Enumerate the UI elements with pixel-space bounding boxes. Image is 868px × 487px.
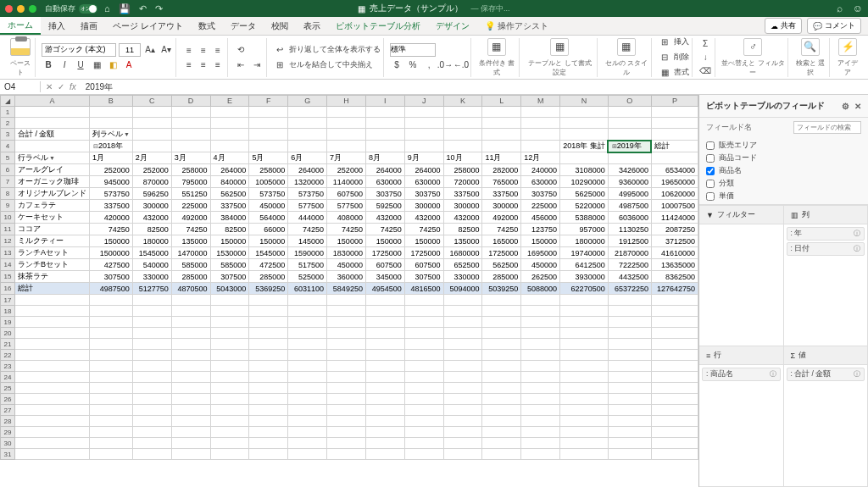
- minimize-icon[interactable]: [17, 5, 25, 13]
- field-item[interactable]: 分類: [706, 177, 861, 190]
- increase-decimal-icon[interactable]: .0→: [438, 58, 452, 72]
- row-header[interactable]: 1: [1, 107, 15, 118]
- delete-cells-icon[interactable]: ⊟: [658, 51, 671, 64]
- field-checkbox[interactable]: [706, 154, 715, 163]
- col-header-H[interactable]: H: [327, 96, 366, 107]
- col-header-D[interactable]: D: [171, 96, 210, 107]
- row-label[interactable]: ココア: [14, 224, 89, 235]
- col-header-F[interactable]: F: [249, 96, 288, 107]
- row-label[interactable]: オリジナルブレンド: [14, 188, 89, 200]
- border-button[interactable]: ▦: [90, 58, 103, 72]
- col-header-A[interactable]: A: [14, 96, 89, 107]
- row-label[interactable]: ランチBセット: [14, 259, 89, 271]
- col-header-O[interactable]: O: [608, 96, 651, 107]
- row-label[interactable]: アールグレイ: [14, 164, 89, 176]
- row-label[interactable]: オーガニック珈琲: [14, 176, 89, 188]
- col-header-N[interactable]: N: [560, 96, 609, 107]
- fill-color-button[interactable]: ◧: [106, 58, 120, 72]
- align-center-icon[interactable]: ≡: [197, 58, 210, 71]
- account-icon[interactable]: ☺: [853, 3, 863, 14]
- undo-icon[interactable]: ↶: [139, 3, 147, 14]
- tab-view[interactable]: 表示: [296, 17, 328, 35]
- col-header-E[interactable]: E: [210, 96, 249, 107]
- info-icon[interactable]: ⓘ: [854, 244, 860, 254]
- field-item[interactable]: 単価: [706, 190, 861, 202]
- ideas-group[interactable]: ⚡ アイデア: [833, 38, 863, 77]
- decrease-indent-icon[interactable]: ⇤: [234, 58, 248, 72]
- merge-icon[interactable]: ⊞: [273, 58, 287, 72]
- info-icon[interactable]: ⓘ: [770, 369, 776, 379]
- font-color-button[interactable]: A: [122, 58, 136, 72]
- worksheet[interactable]: ◢ABCDEFGHIJKLMNOP123合計 / 金額列ラベル▼4⊟2018年2…: [0, 95, 698, 487]
- percent-icon[interactable]: %: [406, 58, 420, 72]
- comma-icon[interactable]: ,: [422, 58, 436, 72]
- tab-insert[interactable]: 挿入: [41, 17, 73, 35]
- row-label[interactable]: 抹茶ラテ: [14, 271, 89, 283]
- area-item[interactable]: : 商品名ⓘ: [702, 368, 781, 381]
- columns-area[interactable]: : 年ⓘ: 日付ⓘ: [784, 224, 869, 346]
- enter-formula-icon[interactable]: ✓: [58, 82, 64, 91]
- share-button[interactable]: ☁ 共有: [765, 18, 802, 34]
- area-item[interactable]: : 合計 / 金額ⓘ: [787, 368, 865, 381]
- currency-icon[interactable]: $: [390, 58, 403, 72]
- pivot-settings-icon[interactable]: ⚙: [842, 102, 849, 111]
- values-area[interactable]: : 合計 / 金額ⓘ: [784, 365, 869, 487]
- align-left-icon[interactable]: ≡: [182, 58, 196, 71]
- increase-font-icon[interactable]: A▴: [143, 43, 157, 57]
- selected-cell[interactable]: ⊞2019年: [608, 141, 651, 152]
- col-header-M[interactable]: M: [521, 96, 560, 107]
- underline-button[interactable]: U: [74, 58, 87, 72]
- font-size-selector[interactable]: [119, 43, 141, 57]
- row-label[interactable]: カフェラテ: [14, 200, 89, 212]
- field-search-input[interactable]: [793, 121, 861, 134]
- font-selector[interactable]: [42, 43, 116, 57]
- insert-cells-icon[interactable]: ⊞: [658, 36, 671, 49]
- col-header-L[interactable]: L: [482, 96, 521, 107]
- save-icon[interactable]: 💾: [119, 3, 131, 14]
- fx-icon[interactable]: fx: [70, 82, 76, 91]
- tab-review[interactable]: 校閲: [264, 17, 296, 35]
- number-format-selector[interactable]: [390, 43, 436, 57]
- zoom-icon[interactable]: [29, 5, 36, 13]
- area-item[interactable]: : 日付ⓘ: [787, 242, 865, 256]
- close-icon[interactable]: [5, 5, 13, 13]
- autosum-icon[interactable]: Σ: [698, 38, 712, 50]
- field-checkbox[interactable]: [706, 180, 715, 188]
- align-bottom-icon[interactable]: ≡: [211, 43, 225, 57]
- field-checkbox[interactable]: [706, 167, 715, 175]
- rows-area[interactable]: : 商品名ⓘ: [699, 365, 784, 487]
- tab-home[interactable]: ホーム: [0, 17, 41, 35]
- sort-filter-group[interactable]: ♂ 並べ替えと フィルター: [719, 38, 788, 77]
- row-header[interactable]: 2: [1, 118, 15, 129]
- search-icon[interactable]: ⌕: [837, 3, 843, 14]
- tab-formulas[interactable]: 数式: [191, 17, 223, 35]
- pivot-close-icon[interactable]: ✕: [854, 102, 861, 111]
- table-format-group[interactable]: ▦ テーブルと して書式設定: [523, 38, 598, 77]
- cell-styles-group[interactable]: ▦ セルの スタイル: [601, 38, 652, 77]
- wrap-text-icon[interactable]: ↩: [273, 43, 287, 57]
- bold-button[interactable]: B: [42, 58, 55, 72]
- col-header-K[interactable]: K: [443, 96, 482, 107]
- row-label[interactable]: ランチAセット: [14, 247, 89, 259]
- decrease-font-icon[interactable]: A▾: [159, 43, 173, 57]
- fill-icon[interactable]: ↓: [698, 52, 712, 64]
- col-header-C[interactable]: C: [132, 96, 171, 107]
- paste-icon[interactable]: [10, 38, 31, 56]
- field-item[interactable]: 商品コード: [706, 152, 861, 164]
- cancel-formula-icon[interactable]: ✕: [46, 82, 53, 91]
- row-label[interactable]: ミルクティー: [14, 235, 89, 247]
- orientation-icon[interactable]: ⟲: [234, 43, 248, 57]
- field-item[interactable]: 販売エリア: [706, 139, 861, 152]
- tab-page-layout[interactable]: ページ レイアウト: [105, 17, 191, 35]
- decrease-decimal-icon[interactable]: ←.0: [454, 58, 468, 72]
- name-box[interactable]: O4: [0, 81, 41, 92]
- col-header-J[interactable]: J: [404, 96, 443, 107]
- align-top-icon[interactable]: ≡: [182, 43, 196, 57]
- col-header-B[interactable]: B: [89, 96, 132, 107]
- clear-icon[interactable]: ⌫: [698, 65, 712, 77]
- select-all[interactable]: ◢: [1, 96, 15, 107]
- filters-area[interactable]: [699, 224, 784, 346]
- info-icon[interactable]: ⓘ: [854, 369, 860, 379]
- row-label[interactable]: ケーキセット: [14, 212, 89, 224]
- italic-button[interactable]: I: [58, 58, 71, 72]
